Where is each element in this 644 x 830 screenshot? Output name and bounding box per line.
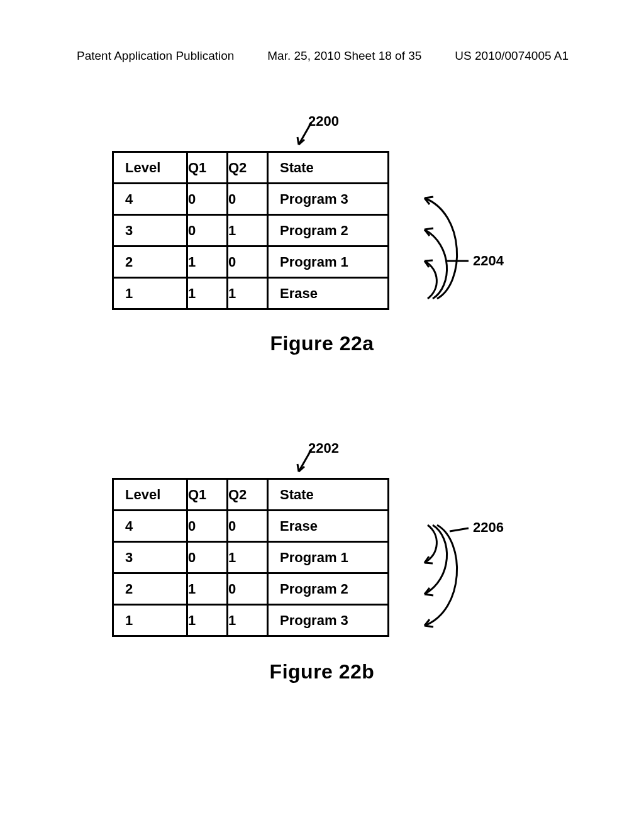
- table-row: 1 1 1 Erase: [113, 278, 389, 309]
- side-label-2206: 2206: [473, 519, 504, 536]
- table-row: 3 0 1 Program 2: [113, 215, 389, 246]
- th-state: State: [268, 152, 389, 184]
- annotation-arrows-2204-icon: [390, 176, 509, 321]
- header-mid: Mar. 25, 2010 Sheet 18 of 35: [267, 49, 421, 63]
- th-level: Level: [113, 152, 187, 184]
- table-row: 4 0 0 Program 3: [113, 184, 389, 215]
- table-header-row: Level Q1 Q2 State: [113, 479, 389, 511]
- figure-title-a: Figure 22a: [0, 332, 644, 355]
- header-right: US 2010/0074005 A1: [455, 49, 569, 63]
- table-row: 2 1 0 Program 2: [113, 573, 389, 605]
- header-left: Patent Application Publication: [77, 49, 234, 63]
- th-q2: Q2: [228, 479, 268, 511]
- ref-label-2202: 2202: [308, 440, 339, 456]
- th-q1: Q1: [187, 479, 228, 511]
- table-22a: Level Q1 Q2 State 4 0 0 Program 3 3 0 1 …: [112, 151, 389, 310]
- table-row: 4 0 0 Erase: [113, 511, 389, 542]
- table-row: 2 1 0 Program 1: [113, 246, 389, 278]
- th-q2: Q2: [228, 152, 268, 184]
- figure-title-b: Figure 22b: [0, 660, 644, 683]
- table-row: 3 0 1 Program 1: [113, 542, 389, 573]
- th-level: Level: [113, 479, 187, 511]
- page-header: Patent Application Publication Mar. 25, …: [0, 49, 644, 63]
- side-label-2204: 2204: [473, 253, 504, 269]
- ref-label-2200: 2200: [308, 113, 339, 130]
- table-22b: Level Q1 Q2 State 4 0 0 Erase 3 0 1 Prog…: [112, 478, 389, 637]
- table-row: 1 1 1 Program 3: [113, 605, 389, 636]
- th-q1: Q1: [187, 152, 228, 184]
- table-header-row: Level Q1 Q2 State: [113, 152, 389, 184]
- th-state: State: [268, 479, 389, 511]
